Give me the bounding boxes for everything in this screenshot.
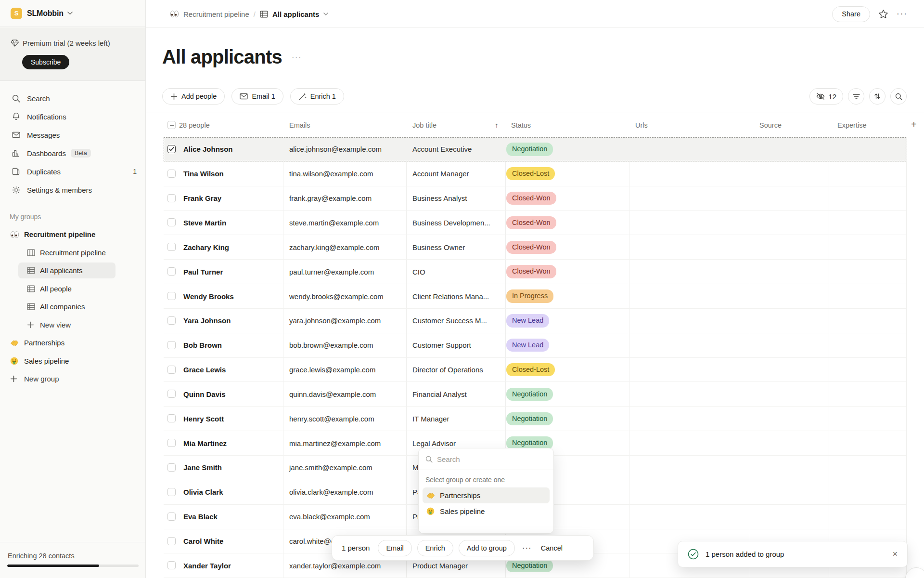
sidebar-group-recruitment-pipeline[interactable]: Recruitment pipeline [0,225,145,244]
more-options-icon[interactable]: ··· [897,9,908,19]
add-people-button[interactable]: Add people [162,88,225,105]
column-header-expertise[interactable]: Expertise [837,113,866,137]
column-header-urls[interactable]: Urls [635,113,648,137]
selection-cancel-button[interactable]: Cancel [539,544,565,552]
popup-option-partnerships[interactable]: Partnerships [423,487,550,503]
title-more-icon[interactable]: ··· [292,52,302,62]
person-email: yara.johnson@example.com [289,309,381,333]
row-checkbox[interactable] [167,390,176,398]
selection-add-to-group-button[interactable]: Add to group [459,540,515,556]
chevron-down-icon [67,12,73,15]
row-checkbox[interactable] [167,561,176,569]
row-checkbox[interactable] [167,512,176,521]
row-checkbox[interactable] [167,267,176,276]
selection-email-button[interactable]: Email [378,540,411,556]
table-row[interactable]: Paul Turnerpaul.turner@example.comCIOClo… [164,260,906,284]
group-label: New group [24,375,59,383]
money-mouth-emoji [10,357,19,365]
search-icon [12,94,21,103]
row-checkbox[interactable] [167,292,176,300]
column-header-emails[interactable]: Emails [289,113,310,137]
help-button[interactable] [905,567,924,578]
sidebar-item-settings-members[interactable]: Settings & members [0,181,145,199]
row-checkbox[interactable] [167,145,176,153]
status-cell: New Lead [506,309,549,333]
sidebar-group-new-group[interactable]: New group [0,370,145,388]
column-header-job-title[interactable]: Job title↑ [412,113,436,137]
search-view-button[interactable] [890,88,907,105]
table-row[interactable]: Quinn Davisquinn.davis@example.comFinanc… [164,382,906,407]
sidebar-group-new-view[interactable]: New view [0,316,145,334]
column-header-28-people[interactable]: 28 people [179,113,210,137]
sidebar-group-sales-pipeline[interactable]: Sales pipeline [0,352,145,370]
column-header-source[interactable]: Source [759,113,782,137]
table-row[interactable]: Henry Scotthenry.scott@example.comIT Man… [164,407,906,431]
sidebar-item-dashboards[interactable]: DashboardsBeta [0,144,145,162]
page-title: All applicants [162,46,282,68]
table-row[interactable]: Bob Brownbob.brown@example.comCustomer S… [164,333,906,358]
status-badge: New Lead [506,339,549,352]
subscribe-button[interactable]: Subscribe [22,55,69,69]
select-all-cell [167,113,176,137]
sort-button[interactable] [869,88,886,105]
row-checkbox[interactable] [167,488,176,496]
column-header-status[interactable]: Status [511,113,531,137]
selection-more-button[interactable]: ··· [520,543,534,553]
sidebar-item-notifications[interactable]: Notifications [0,107,145,126]
table-icon [260,11,268,18]
selection-enrich-button[interactable]: Enrich [417,540,453,556]
table-row[interactable]: Yara Johnsonyara.johnson@example.comCust… [164,309,906,333]
sidebar-nav: SearchNotificationsMessagesDashboardsBet… [0,89,145,199]
popup-search-input[interactable] [437,455,547,463]
person-job-title: Financial Analyst [412,382,467,407]
hidden-fields-button[interactable]: 12 [809,88,843,105]
row-checkbox[interactable] [167,366,176,374]
person-job-title: Director of Operations [412,358,483,382]
person-name: Carol White [183,529,223,553]
table-row[interactable]: Steve Martinsteve.martin@example.comBusi… [164,211,906,236]
row-checkbox[interactable] [167,170,176,178]
app-screen: 28 peopleEmailsJob title↑StatusUrlsSourc… [0,0,924,578]
toast-close-icon[interactable]: × [892,549,898,559]
popup-option-sales-pipeline[interactable]: Sales pipeline [423,503,550,519]
workspace-switcher[interactable]: S SLMobbin [0,0,145,27]
sidebar-group-partnerships[interactable]: Partnerships [0,334,145,352]
sidebar-item-duplicates[interactable]: Duplicates1 [0,162,145,181]
row-checkbox[interactable] [167,316,176,325]
row-checkbox[interactable] [167,439,176,447]
row-checkbox[interactable] [167,414,176,422]
bar-chart-icon [12,150,21,157]
breadcrumb-view[interactable]: All applicants [260,10,329,18]
sidebar-item-search[interactable]: Search [0,89,145,107]
sidebar-group-all-companies[interactable]: All companies [0,298,145,316]
sidebar-group-recruitment-pipeline[interactable]: Recruitment pipeline [0,244,145,262]
table-row[interactable]: Wendy Brookswendy.brooks@example.comClie… [164,284,906,309]
row-checkbox[interactable] [167,463,176,472]
table-row[interactable]: Zachary Kingzachary.king@example.comBusi… [164,235,906,260]
button-label: Email 1 [252,92,275,100]
sidebar-group-all-people[interactable]: All people [0,280,145,298]
table-row[interactable]: Tina Wilsontina.wilson@example.comAccoun… [164,162,906,186]
filter-button[interactable] [848,88,864,105]
row-checkbox[interactable] [167,218,176,226]
person-email: zachary.king@example.com [289,235,380,259]
sidebar-item-messages[interactable]: Messages [0,126,145,144]
person-job-title: Customer Support [412,333,471,357]
star-icon[interactable] [879,10,888,18]
row-checkbox[interactable] [167,243,176,251]
enrich-1-button[interactable]: Enrich 1 [290,88,344,105]
breadcrumb-group[interactable]: Recruitment pipeline [183,10,249,18]
add-column-button[interactable]: + [911,119,917,129]
table-row[interactable]: Alice Johnsonalice.johnson@example.comAc… [164,137,906,162]
row-checkbox[interactable] [167,194,176,202]
eye-off-icon [816,92,825,100]
table-row[interactable]: Grace Lewisgrace.lewis@example.comDirect… [164,358,906,382]
table-row[interactable]: Frank Grayfrank.gray@example.comBusiness… [164,186,906,211]
email-1-button[interactable]: Email 1 [231,88,283,105]
sidebar-group-all-applicants[interactable]: All applicants [0,262,145,280]
select-all-checkbox[interactable] [167,121,176,129]
share-button[interactable]: Share [832,6,870,22]
row-checkbox[interactable] [167,537,176,545]
breadcrumb-view-label: All applicants [272,10,320,18]
row-checkbox[interactable] [167,341,176,349]
